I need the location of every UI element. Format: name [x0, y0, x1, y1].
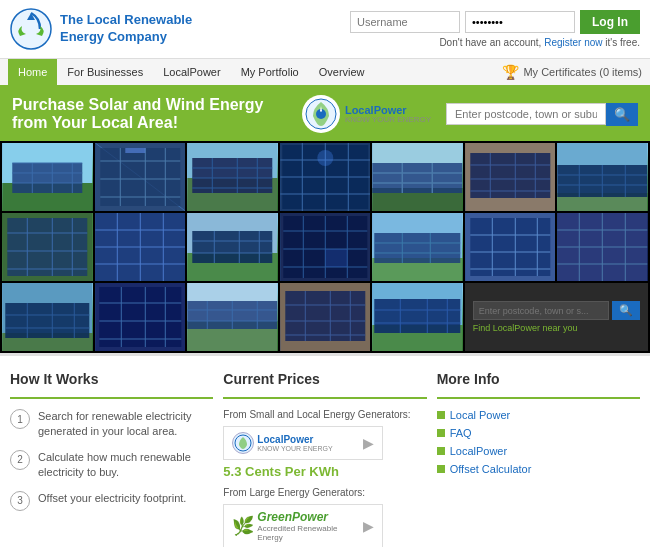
more-info-link-1[interactable]: Local Power — [450, 409, 511, 421]
svg-rect-98 — [375, 233, 461, 263]
certificates-label: My Certificates (0 items) — [523, 66, 642, 78]
photo-cell — [372, 283, 463, 351]
nav-links: Home For Businesses LocalPower My Portfo… — [8, 59, 375, 85]
photo-cell — [2, 283, 93, 351]
find-localpower-text: Find LocalPower near you — [473, 323, 640, 333]
photo-cell — [95, 283, 186, 351]
photo-cell — [187, 143, 278, 211]
photo-cell — [187, 283, 278, 351]
grid-search-input[interactable] — [473, 301, 609, 320]
photo-cell — [557, 143, 648, 211]
localpower-price-value: 5.3 Cents Per KWh — [223, 464, 426, 479]
how-it-works-section: How It Works 1 Search for renewable elec… — [10, 371, 213, 547]
step-1: 1 Search for renewable electricity gener… — [10, 409, 213, 440]
header: The Local Renewable Energy Company Log I… — [0, 0, 650, 59]
photo-cell — [465, 213, 556, 281]
banner: Purchase Solar and Wind Energy from Your… — [0, 87, 650, 141]
company-name: The Local Renewable Energy Company — [60, 12, 192, 46]
greenpower-leaf-icon: 🌿 — [232, 515, 254, 537]
photo-cell — [280, 213, 371, 281]
current-prices-title: Current Prices — [223, 371, 426, 387]
company-logo-icon — [10, 8, 52, 50]
nav-item-localpower[interactable]: LocalPower — [153, 59, 230, 85]
svg-rect-104 — [470, 218, 550, 276]
banner-search-button[interactable]: 🔍 — [606, 103, 638, 126]
photo-cell — [372, 213, 463, 281]
banner-search-input[interactable] — [446, 103, 606, 125]
svg-rect-95 — [325, 249, 347, 267]
nav-item-portfolio[interactable]: My Portfolio — [231, 59, 309, 85]
password-input[interactable] — [465, 11, 575, 33]
username-input[interactable] — [350, 11, 460, 33]
nav-item-home[interactable]: Home — [8, 59, 57, 85]
info-link-localpower2: LocalPower — [437, 445, 640, 457]
login-button[interactable]: Log In — [580, 10, 640, 34]
register-link[interactable]: Register now — [544, 37, 602, 48]
localpower-badge-logo: LocalPower KNOW YOUR ENERGY — [232, 432, 357, 454]
photo-cell — [187, 213, 278, 281]
banner-localpower-logo: LocalPower KNOW YOUR ENERGY — [302, 95, 431, 133]
photo-cell — [2, 213, 93, 281]
step-1-number: 1 — [10, 409, 30, 429]
svg-rect-127 — [99, 287, 181, 347]
svg-rect-120 — [5, 303, 89, 338]
certificates-area: 🏆 My Certificates (0 items) — [502, 64, 642, 80]
bullet-icon — [437, 429, 445, 437]
localpower-badge-arrow: ▶ — [363, 435, 374, 451]
login-area: Log In Don't have an account, Register n… — [350, 10, 640, 48]
more-info-link-3[interactable]: LocalPower — [450, 445, 507, 457]
certificate-icon: 🏆 — [502, 64, 519, 80]
step-2: 2 Calculate how much renewable electrici… — [10, 450, 213, 481]
how-it-works-title: How It Works — [10, 371, 213, 387]
greenpower-badge-arrow: ▶ — [363, 518, 374, 534]
info-link-offset: Offset Calculator — [437, 463, 640, 475]
svg-rect-42 — [373, 163, 463, 193]
step-1-text: Search for renewable electricity generat… — [38, 409, 213, 440]
photo-cell — [2, 143, 93, 211]
bullet-icon — [437, 465, 445, 473]
step-2-text: Calculate how much renewable electricity… — [38, 450, 213, 481]
three-columns: How It Works 1 Search for renewable elec… — [0, 353, 650, 547]
more-info-section: More Info Local Power FAQ LocalPower Off… — [437, 371, 640, 547]
logo-area: The Local Renewable Energy Company — [10, 8, 192, 50]
divider — [437, 397, 640, 399]
nav-item-businesses[interactable]: For Businesses — [57, 59, 153, 85]
nav-item-overview[interactable]: Overview — [309, 59, 375, 85]
small-generators-label: From Small and Local Energy Generators: — [223, 409, 426, 420]
svg-point-39 — [317, 150, 333, 166]
divider — [223, 397, 426, 399]
info-link-faq: FAQ — [437, 427, 640, 439]
step-3: 3 Offset your electricity footprint. — [10, 491, 213, 511]
photo-grid: 🔍 Find LocalPower near you — [0, 141, 650, 353]
localpower-text: LocalPower KNOW YOUR ENERGY — [345, 104, 431, 125]
grid-search-overlay: 🔍 Find LocalPower near you — [465, 283, 648, 351]
more-info-title: More Info — [437, 371, 640, 387]
login-fields: Log In — [350, 10, 640, 34]
photo-cell — [280, 143, 371, 211]
current-prices-section: Current Prices From Small and Local Ener… — [223, 371, 426, 547]
register-text: Don't have an account, Register now it's… — [439, 37, 640, 48]
svg-rect-81 — [192, 231, 272, 263]
step-3-text: Offset your electricity footprint. — [38, 491, 186, 506]
bullet-icon — [437, 411, 445, 419]
greenpower-text: GreenPower Accredited Renewable Energy — [257, 510, 358, 542]
lp-badge-icon — [232, 432, 254, 454]
bullet-icon — [437, 447, 445, 455]
nav-bar: Home For Businesses LocalPower My Portfo… — [0, 59, 650, 87]
photo-cell — [95, 213, 186, 281]
photo-cell — [465, 143, 556, 211]
localpower-circle-logo — [302, 95, 340, 133]
step-3-number: 3 — [10, 491, 30, 511]
more-info-link-4[interactable]: Offset Calculator — [450, 463, 532, 475]
greenpower-badge[interactable]: 🌿 GreenPower Accredited Renewable Energy… — [223, 504, 383, 547]
localpower-price-badge[interactable]: LocalPower KNOW YOUR ENERGY ▶ — [223, 426, 383, 460]
banner-search: 🔍 — [446, 103, 638, 126]
grid-search-button[interactable]: 🔍 — [612, 301, 640, 320]
photo-cell — [280, 283, 371, 351]
photo-cell — [372, 143, 463, 211]
photo-cell — [95, 143, 186, 211]
svg-rect-21 — [125, 148, 145, 153]
large-generators-label: From Large Energy Generators: — [223, 487, 426, 498]
step-2-number: 2 — [10, 450, 30, 470]
more-info-link-2[interactable]: FAQ — [450, 427, 472, 439]
